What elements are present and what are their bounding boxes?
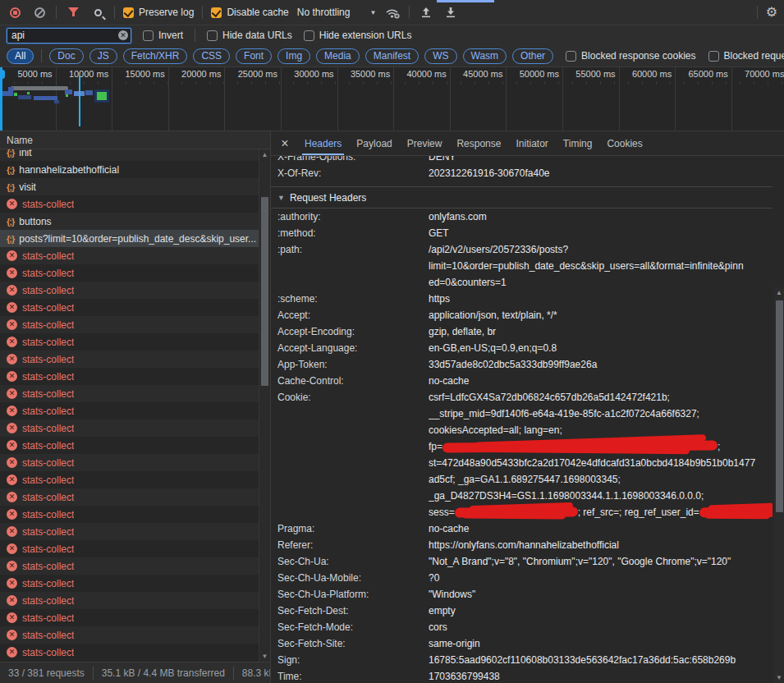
type-filter-pill-fetch-xhr[interactable]: Fetch/XHR xyxy=(123,48,188,64)
type-filter-pill-css[interactable]: CSS xyxy=(193,48,230,64)
type-filter-pill-all[interactable]: All xyxy=(7,48,34,64)
request-row[interactable]: ✕stats-collect xyxy=(0,454,259,471)
request-row[interactable]: ✕stats-collect xyxy=(0,540,259,557)
blocked-requests-checkbox[interactable]: Blocked requests xyxy=(708,50,784,62)
request-row[interactable]: ✕stats-collect xyxy=(0,592,259,609)
request-list-scrollbar[interactable]: ▲ ▼ xyxy=(259,149,270,662)
details-scrollbar[interactable]: ▲ ▼ xyxy=(774,287,784,683)
search-button[interactable] xyxy=(89,4,106,21)
type-filter-pill-media[interactable]: Media xyxy=(316,48,360,64)
timeline-minor-ticks xyxy=(0,81,784,85)
request-row[interactable]: ✕stats-collect xyxy=(0,333,259,351)
record-icon xyxy=(10,7,21,18)
request-row[interactable]: ✕stats-collect xyxy=(0,282,259,299)
header-key: Sec-Fetch-Dest: xyxy=(271,603,429,619)
request-name: stats-collect xyxy=(22,612,74,624)
filter-toggle-button[interactable] xyxy=(65,4,81,21)
request-row[interactable]: ✕stats-collect xyxy=(0,385,259,402)
request-row[interactable]: ✕stats-collect xyxy=(0,419,259,437)
request-row[interactable]: ✕stats-collect xyxy=(0,471,259,488)
chevron-down-icon: ▼ xyxy=(369,9,376,16)
error-icon: ✕ xyxy=(7,543,17,554)
throttling-dropdown[interactable]: No throttling ▼ xyxy=(297,7,377,18)
type-filter-pill-doc[interactable]: Doc xyxy=(49,48,83,64)
scroll-down-icon[interactable]: ▼ xyxy=(259,653,270,660)
scroll-up-icon[interactable]: ▲ xyxy=(774,289,784,296)
record-button[interactable] xyxy=(7,4,23,21)
timeline-tick-label: 40000 ms xyxy=(406,69,446,79)
transferred-size: 35.1 kB / 4.4 MB transferred xyxy=(94,667,234,680)
request-row[interactable]: ✕stats-collect xyxy=(0,609,259,626)
error-icon: ✕ xyxy=(7,561,17,571)
toolbar-divider xyxy=(757,6,758,19)
tab-cookies[interactable]: Cookies xyxy=(599,131,649,155)
clear-button[interactable] xyxy=(31,4,48,21)
timeline-tick-label: 30000 ms xyxy=(294,69,333,79)
disable-cache-checkbox[interactable]: Disable cache xyxy=(211,7,288,18)
invert-checkbox[interactable]: Invert xyxy=(143,30,183,41)
export-har-button[interactable] xyxy=(442,4,459,21)
network-overview-timeline[interactable]: 5000 ms10000 ms15000 ms20000 ms25000 ms3… xyxy=(0,67,784,131)
timeline-tick-label: 10000 ms xyxy=(69,69,108,79)
json-file-icon: {;} xyxy=(7,217,14,227)
request-row[interactable]: {;}visit xyxy=(0,178,259,195)
request-row[interactable]: {;}hannahelizabethofficial xyxy=(0,161,259,178)
tab-initiator[interactable]: Initiator xyxy=(508,131,555,155)
header-row: X-Of-Rev: 202312261916-30670fa40e xyxy=(271,165,773,181)
scroll-up-icon[interactable]: ▲ xyxy=(259,151,270,158)
type-filter-pill-other[interactable]: Other xyxy=(512,48,553,64)
request-row[interactable]: ✕stats-collect xyxy=(0,523,259,540)
type-filter-pill-font[interactable]: Font xyxy=(236,48,272,64)
request-row[interactable]: ✕stats-collect xyxy=(0,299,259,316)
request-row[interactable]: ✕stats-collect xyxy=(0,368,259,385)
type-filter-pill-wasm[interactable]: Wasm xyxy=(463,48,507,64)
request-row[interactable]: ✕stats-collect xyxy=(0,264,259,282)
request-row[interactable]: {;}buttons xyxy=(0,213,259,230)
selection-handle[interactable] xyxy=(0,70,5,79)
type-filter-pill-js[interactable]: JS xyxy=(89,48,117,64)
request-row[interactable]: ✕stats-collect xyxy=(0,316,259,333)
request-row[interactable]: ✕stats-collect xyxy=(0,557,259,575)
filter-input[interactable] xyxy=(7,28,131,44)
scroll-down-icon[interactable]: ▼ xyxy=(774,674,784,681)
request-row[interactable]: ✕stats-collect xyxy=(0,575,259,592)
tab-preview[interactable]: Preview xyxy=(400,131,450,155)
request-row[interactable]: ✕stats-collect xyxy=(0,437,259,454)
request-row[interactable]: ✕stats-collect xyxy=(0,488,259,506)
request-row[interactable]: ✕stats-collect xyxy=(0,506,259,523)
tab-timing[interactable]: Timing xyxy=(556,131,600,155)
hide-extension-urls-checkbox[interactable]: Hide extension URLs xyxy=(304,30,412,41)
import-har-button[interactable] xyxy=(418,4,434,21)
close-details-button[interactable]: × xyxy=(276,136,294,151)
scrollbar-thumb[interactable] xyxy=(776,300,783,512)
header-key: Time: xyxy=(271,668,429,683)
tab-payload[interactable]: Payload xyxy=(349,131,399,155)
checkbox-checked-icon xyxy=(123,7,134,18)
hide-data-urls-checkbox[interactable]: Hide data URLs xyxy=(207,30,292,41)
request-row[interactable]: ✕stats-collect xyxy=(0,402,259,419)
name-column-header[interactable]: Name xyxy=(0,131,270,149)
clear-filter-icon[interactable]: ✕ xyxy=(118,30,128,40)
blocked-response-cookies-checkbox[interactable]: Blocked response cookies xyxy=(566,50,695,62)
request-row[interactable]: ✕stats-collect xyxy=(0,626,259,644)
type-filter-pill-manifest[interactable]: Manifest xyxy=(365,48,419,64)
request-row[interactable]: ✕stats-collect xyxy=(0,644,259,661)
tab-headers[interactable]: Headers xyxy=(297,131,349,155)
search-icon xyxy=(94,9,102,16)
header-key: :method: xyxy=(271,225,429,241)
request-row[interactable]: ✕stats-collect xyxy=(0,195,259,213)
request-row[interactable]: {;}init xyxy=(0,149,259,161)
network-conditions-button[interactable] xyxy=(384,4,401,21)
timeline-gridline: 55000 ms xyxy=(563,67,620,131)
request-row[interactable]: ✕stats-collect xyxy=(0,247,259,264)
scrollbar-thumb[interactable] xyxy=(261,197,268,386)
preserve-log-checkbox[interactable]: Preserve log xyxy=(123,7,194,18)
type-filter-pill-ws[interactable]: WS xyxy=(424,48,456,64)
request-headers-section-toggle[interactable]: ▼ Request Headers xyxy=(271,187,773,209)
type-filter-pill-img[interactable]: Img xyxy=(277,48,310,64)
header-row: :method:GET xyxy=(271,225,773,241)
settings-gear-icon[interactable]: ⚙ xyxy=(766,6,777,19)
tab-response[interactable]: Response xyxy=(449,131,508,155)
request-row[interactable]: {;}posts?limit=10&order=publish_date_des… xyxy=(0,230,259,247)
request-row[interactable]: ✕stats-collect xyxy=(0,351,259,368)
